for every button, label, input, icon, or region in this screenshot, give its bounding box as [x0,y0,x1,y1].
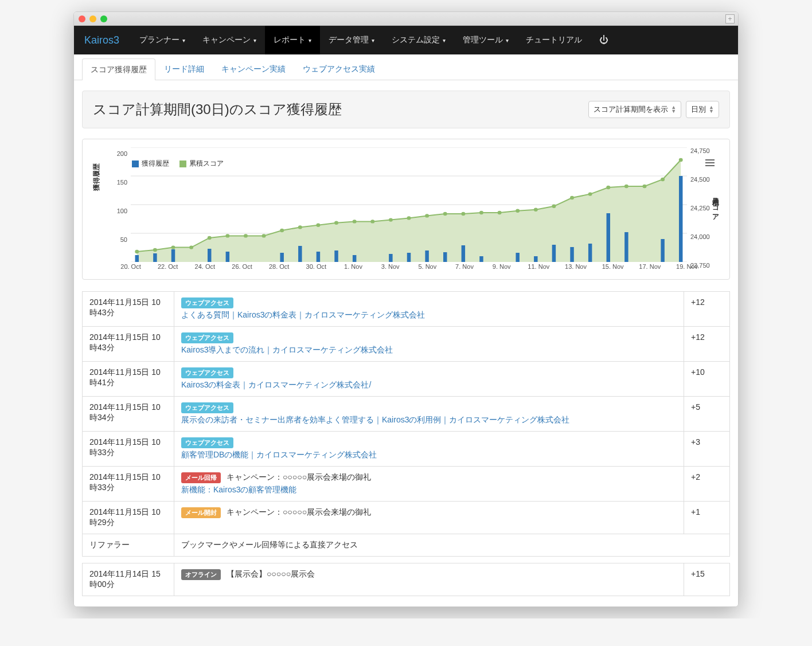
svg-rect-53 [534,256,537,262]
svg-point-26 [516,209,520,213]
top-navbar: Kairos3 プランナー▾キャンペーン▾レポート▾データ管理▾システム設定▾管… [74,26,738,54]
nav-item-レポート[interactable]: レポート▾ [265,26,320,54]
maximize-window-button[interactable] [100,15,107,22]
svg-rect-59 [661,239,664,262]
table-row: 2014年11月15日 10時33分ウェブアクセス顧客管理DBの機能｜カイロスマ… [83,432,730,467]
x-axis: 20. Oct22. Oct24. Oct26. Oct28. Oct30. O… [131,262,687,273]
svg-rect-52 [516,253,519,262]
chart-menu-icon[interactable] [705,158,715,168]
y-axis-right-label: 累積スコア [710,193,720,217]
svg-point-17 [353,220,357,223]
row-content: ウェブアクセスKairos3導入までの流れ｜カイロスマーケティング株式会社 [174,327,684,362]
y-tick-right: 24,250 [690,205,710,212]
row-link[interactable]: 顧客管理DBの機能｜カイロスマーケティング株式会社 [181,450,677,460]
row-text: 【展示会】○○○○○展示会 [224,569,315,578]
chevron-down-icon: ▾ [182,37,185,44]
x-tick: 20. Oct [120,263,140,270]
row-link[interactable]: Kairos3の料金表｜カイロスマーケティング株式会社/ [181,380,677,390]
y-tick-right: 24,500 [690,176,710,183]
row-date: 2014年11月15日 10時29分 [83,502,174,534]
granularity-select-label: 日別 [691,104,706,115]
x-tick: 5. Nov [418,263,436,270]
row-link[interactable]: よくある質問｜Kairos3の料金表｜カイロスマーケティング株式会社 [181,310,677,320]
table-row: 2014年11月15日 10時34分ウェブアクセス展示会の来訪者・セミナー出席者… [83,397,730,432]
score-history-table: 2014年11月15日 10時43分ウェブアクセスよくある質問｜Kairos3の… [82,291,730,596]
row-content: ウェブアクセスKairos3の料金表｜カイロスマーケティング株式会社/ [174,362,684,397]
row-date: 2014年11月15日 10時41分 [83,362,174,397]
table-row: 2014年11月15日 10時43分ウェブアクセスよくある質問｜Kairos3の… [83,292,730,327]
granularity-select[interactable]: 日別 ▲▼ [686,101,719,118]
nav-item-管理ツール[interactable]: 管理ツール▾ [454,26,517,54]
nav-item-システム設定[interactable]: システム設定▾ [383,26,454,54]
svg-point-34 [661,178,665,181]
brand-logo[interactable]: Kairos3 [84,34,119,46]
page-header: スコア計算期間(30日)のスコア獲得履歴 スコア計算期間を表示 ▲▼ 日別 ▲▼ [82,91,730,128]
svg-point-25 [498,211,502,214]
x-tick: 19. Nov [676,263,698,270]
svg-point-21 [425,214,429,217]
tab-スコア獲得履歴[interactable]: スコア獲得履歴 [82,58,155,80]
nav-item-チュートリアル[interactable]: チュートリアル [517,26,591,54]
row-content: ウェブアクセスよくある質問｜Kairos3の料金表｜カイロスマーケティング株式会… [174,292,684,327]
row-link[interactable]: 展示会の来訪者・セミナー出席者を効率よく管理する｜Kairos3の利用例｜カイロ… [181,415,677,425]
y-tick-left: 50 [120,236,127,243]
row-score: +2 [684,467,730,502]
svg-rect-51 [479,256,483,262]
sub-tabbar: スコア獲得履歴リード詳細キャンペーン実績ウェブアクセス実績 [74,54,738,80]
period-select[interactable]: スコア計算期間を表示 ▲▼ [588,101,681,118]
row-link[interactable]: 新機能：Kairos3の顧客管理機能 [181,485,677,495]
x-tick: 9. Nov [493,263,511,270]
svg-rect-55 [570,247,573,262]
table-row: 2014年11月15日 10時33分メール回帰 キャンペーン：○○○○○展示会来… [83,467,730,502]
svg-point-9 [208,236,212,240]
svg-point-8 [189,245,193,249]
svg-rect-44 [334,250,338,262]
x-tick: 24. Oct [195,263,215,270]
svg-rect-56 [588,244,592,262]
svg-rect-48 [425,250,428,262]
svg-point-20 [407,216,411,220]
x-tick: 1. Nov [344,263,362,270]
tab-リード詳細[interactable]: リード詳細 [155,58,213,80]
row-content: ウェブアクセス顧客管理DBの機能｜カイロスマーケティング株式会社 [174,432,684,467]
chart-plot-area[interactable] [131,147,687,262]
svg-point-5 [135,250,139,253]
chevron-down-icon: ▾ [443,37,446,44]
svg-rect-42 [298,246,302,262]
x-tick: 26. Oct [232,263,252,270]
tab-ウェブアクセス実績[interactable]: ウェブアクセス実績 [294,58,384,80]
table-row: 2014年11月14日 15時00分オフライン 【展示会】○○○○○展示会+15 [83,563,730,596]
power-icon[interactable]: ⏻ [591,35,617,45]
close-window-button[interactable] [79,15,85,22]
y-tick-right: 24,000 [690,233,710,240]
svg-rect-47 [407,253,411,262]
badge-web: ウェブアクセス [181,332,233,343]
minimize-window-button[interactable] [89,15,96,22]
svg-point-27 [534,208,538,212]
row-score: +15 [684,563,730,596]
row-content: ウェブアクセス展示会の来訪者・セミナー出席者を効率よく管理する｜Kairos3の… [174,397,684,432]
row-score: +3 [684,432,730,467]
chevron-down-icon: ▾ [506,37,509,44]
badge-web: ウェブアクセス [181,402,233,413]
row-date: 2014年11月14日 15時00分 [83,563,174,596]
row-date: 2014年11月15日 10時43分 [83,327,174,362]
svg-rect-41 [280,253,283,262]
nav-item-プランナー[interactable]: プランナー▾ [131,26,194,54]
nav-item-データ管理[interactable]: データ管理▾ [320,26,383,54]
svg-point-10 [225,234,229,237]
chevron-updown-icon: ▲▼ [709,105,714,113]
svg-point-28 [552,205,556,208]
nav-item-キャンペーン[interactable]: キャンペーン▾ [194,26,265,54]
row-score: +10 [684,362,730,397]
svg-rect-39 [208,249,211,262]
row-text: キャンペーン：○○○○○展示会来場の御礼 [224,507,371,516]
tab-キャンペーン実績[interactable]: キャンペーン実績 [213,58,294,80]
svg-rect-37 [153,253,157,262]
new-tab-button[interactable]: + [725,14,735,24]
svg-rect-45 [353,255,356,262]
table-row: 2014年11月15日 10時43分ウェブアクセスKairos3導入までの流れ｜… [83,327,730,362]
row-text: キャンペーン：○○○○○展示会来場の御礼 [224,472,371,481]
row-link[interactable]: Kairos3導入までの流れ｜カイロスマーケティング株式会社 [181,345,677,355]
table-row: リファラーブックマークやメール回帰等による直接アクセス [83,534,730,557]
